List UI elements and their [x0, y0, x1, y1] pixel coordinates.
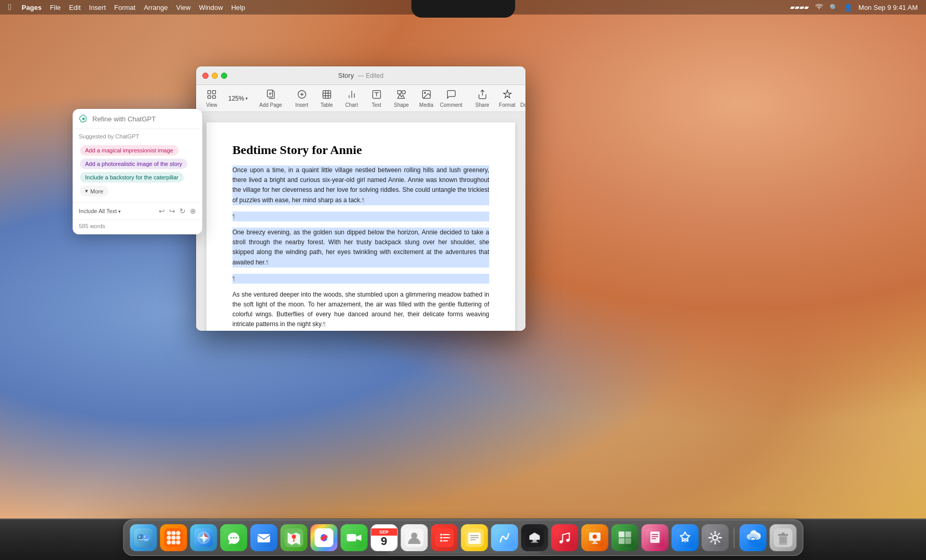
dock-safari[interactable] [190, 524, 217, 551]
toolbar-share[interactable]: Share [471, 87, 494, 110]
zoom-control[interactable]: 125% ▾ [225, 93, 251, 104]
text-label: Text [372, 102, 381, 108]
svg-rect-3 [213, 95, 216, 98]
dock-freeform[interactable] [491, 524, 518, 551]
toolbar-document[interactable]: Document [521, 87, 526, 110]
pages-toolbar: View 125% ▾ Add Page Insert [196, 85, 526, 112]
more-suggestions-button[interactable]: ▾ More [80, 186, 108, 197]
svg-rect-101 [675, 528, 694, 547]
dock-music[interactable] [551, 524, 578, 551]
dock-appstore[interactable] [671, 524, 698, 551]
svg-point-83 [559, 540, 562, 543]
toolbar-view[interactable]: View [200, 87, 223, 110]
fullscreen-button[interactable] [221, 73, 227, 79]
dock-pages[interactable] [641, 524, 668, 551]
svg-point-89 [592, 535, 597, 539]
dock-appletv[interactable] [521, 524, 548, 551]
menu-help[interactable]: Help [231, 4, 245, 11]
calendar-inner: SEP 9 [371, 525, 397, 551]
svg-point-51 [292, 535, 296, 539]
shape-icon [396, 89, 407, 101]
dock-trash[interactable] [769, 524, 796, 551]
toolbar-chart[interactable]: Chart [340, 87, 363, 110]
chatgpt-refine-input[interactable] [92, 115, 196, 123]
suggestion-chip-1[interactable]: Add a magical impressionist image [80, 145, 178, 156]
dock-maps[interactable] [280, 524, 307, 551]
dock-reminders[interactable] [431, 524, 458, 551]
media-icon [421, 89, 432, 101]
dock-notes[interactable] [461, 524, 488, 551]
refresh-button[interactable]: ↻ [179, 207, 186, 215]
close-button[interactable] [202, 73, 209, 79]
window-titlebar: Story — Edited [196, 66, 526, 85]
dock-contacts[interactable] [400, 524, 427, 551]
shape-label: Shape [394, 102, 409, 108]
pages-window: Story — Edited View 125% ▾ [196, 66, 526, 331]
toolbar-format[interactable]: Format [496, 87, 519, 110]
menu-format[interactable]: Format [114, 4, 135, 11]
dock-finder[interactable] [130, 524, 157, 551]
chatgpt-panel: Suggested by ChatGPT Add a magical impre… [73, 109, 202, 234]
dock-mail[interactable] [250, 524, 277, 551]
dock-calendar[interactable]: SEP 9 [370, 524, 397, 551]
dock-icloud[interactable] [739, 524, 766, 551]
svg-rect-94 [618, 538, 624, 544]
scope-selector[interactable]: Include All Text ▾ [79, 208, 121, 214]
toolbar-table[interactable]: Table [315, 87, 338, 110]
search-icon[interactable]: 🔍 [830, 4, 838, 11]
menu-arrange[interactable]: Arrange [144, 4, 168, 11]
dock-keynote[interactable] [581, 524, 608, 551]
menu-insert[interactable]: Insert [89, 4, 106, 11]
dock-messages[interactable] [220, 524, 247, 551]
document-area[interactable]: Bedtime Story for Annie Once upon a time… [196, 112, 526, 331]
menu-window[interactable]: Window [199, 4, 223, 11]
chart-label: Chart [345, 102, 357, 108]
menu-view[interactable]: View [176, 4, 190, 11]
document-page: Bedtime Story for Annie Once upon a time… [206, 122, 515, 331]
redo-button[interactable]: ↪ [169, 207, 175, 215]
svg-point-69 [440, 540, 442, 542]
suggestion-chip-3[interactable]: Include a backstory for the caterpillar [80, 172, 184, 183]
dock-launchpad[interactable] [160, 524, 187, 551]
svg-rect-82 [555, 528, 574, 547]
dock-photos[interactable] [310, 524, 337, 551]
svg-rect-10 [323, 90, 330, 98]
suggestion-chip-2[interactable]: Add a photorealistic image of the story [80, 159, 187, 169]
toolbar-comment[interactable]: Comment [440, 87, 463, 110]
footer-controls: ↩ ↪ ↻ ⊕ [159, 207, 196, 215]
apple-menu[interactable]:  [8, 3, 11, 12]
svg-point-36 [171, 536, 175, 540]
menu-edit[interactable]: Edit [69, 4, 80, 11]
calendar-month: SEP [379, 529, 389, 535]
zoom-value: 125% [228, 95, 244, 102]
menu-file[interactable]: File [50, 4, 61, 11]
menu-bar-left:  Pages File Edit Insert Format Arrange … [8, 3, 790, 12]
toolbar-insert[interactable]: Insert [291, 87, 313, 110]
toolbar-text[interactable]: Text [365, 87, 388, 110]
media-label: Media [419, 102, 433, 108]
svg-point-35 [167, 536, 171, 540]
zoom-chevron-icon: ▾ [245, 96, 248, 101]
svg-rect-88 [591, 543, 598, 544]
dock-sysprefs[interactable] [701, 524, 728, 551]
insert-label: Insert [295, 102, 308, 108]
toolbar-shape[interactable]: Shape [390, 87, 413, 110]
dock-facetime[interactable] [340, 524, 367, 551]
svg-point-32 [167, 531, 171, 535]
toolbar-add-page[interactable]: Add Page [259, 87, 282, 110]
dock: SEP 9 [123, 520, 803, 556]
user-icon[interactable]: 👤 [844, 4, 852, 11]
battery-icon: ▰▰▰▰ [790, 4, 809, 11]
svg-point-37 [176, 536, 180, 540]
add-button[interactable]: ⊕ [190, 207, 196, 215]
traffic-lights [202, 73, 227, 79]
dock-numbers[interactable] [611, 524, 638, 551]
minimize-button[interactable] [212, 73, 218, 79]
comment-icon [446, 89, 457, 101]
undo-button[interactable]: ↩ [159, 207, 165, 215]
toolbar-media[interactable]: Media [415, 87, 438, 110]
svg-point-68 [440, 537, 442, 539]
svg-rect-81 [531, 542, 538, 543]
menu-pages[interactable]: Pages [22, 4, 42, 11]
dock-container: SEP 9 [123, 520, 803, 556]
